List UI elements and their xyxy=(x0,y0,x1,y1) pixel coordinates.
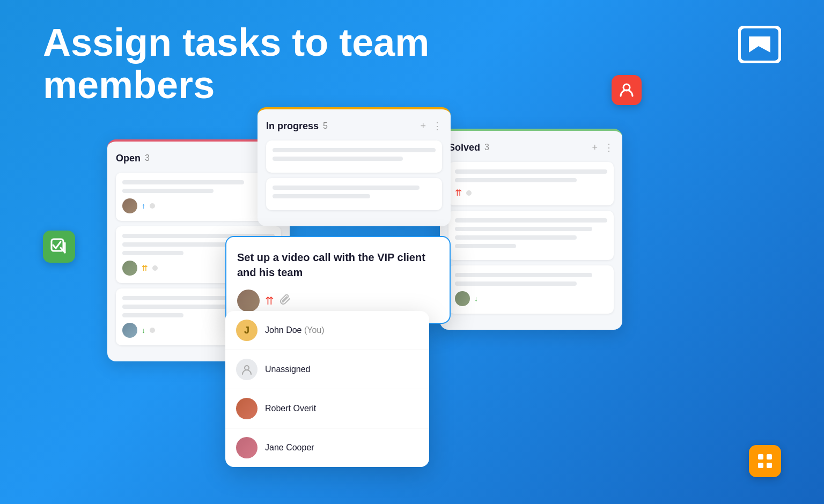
task-meta: ↑ xyxy=(122,198,275,213)
task-line xyxy=(273,194,370,198)
task-line xyxy=(122,180,244,184)
column-in-progress-more[interactable]: ⋮ xyxy=(432,120,442,132)
task-item[interactable]: ↑ xyxy=(116,173,281,221)
dropdown-item-unassigned[interactable]: Unassigned xyxy=(225,350,429,389)
dropdown-item-robert[interactable]: Robert Overit xyxy=(225,389,429,428)
column-open-title: Open xyxy=(116,153,141,164)
task-line xyxy=(273,186,420,190)
fab-checkbox-button[interactable] xyxy=(43,231,75,263)
avatar xyxy=(122,198,137,213)
svg-point-10 xyxy=(245,366,249,370)
svg-marker-1 xyxy=(749,36,770,53)
task-line xyxy=(122,189,214,193)
avatar xyxy=(455,291,470,306)
priority-down-icon: ↓ xyxy=(142,326,145,335)
dropdown-you-label: (You) xyxy=(304,325,325,335)
paperclip-icon xyxy=(279,294,291,308)
dropdown-avatar-jane xyxy=(236,437,258,458)
priority-high-icon: ⇈ xyxy=(265,294,274,307)
task-line xyxy=(455,218,607,223)
column-open-count: 3 xyxy=(145,153,150,163)
avatar xyxy=(122,323,137,338)
task-line xyxy=(455,235,577,240)
task-line xyxy=(273,148,436,152)
avatar xyxy=(122,261,137,276)
fab-grid-button[interactable] xyxy=(749,445,781,477)
column-solved-header: Solved 3 + ⋮ xyxy=(448,142,614,153)
dropdown-name-jane: Jane Cooper xyxy=(265,443,314,453)
task-line xyxy=(122,251,183,255)
priority-up-icon: ↑ xyxy=(142,202,145,210)
svg-rect-7 xyxy=(767,454,772,459)
column-solved-actions: + ⋮ xyxy=(592,142,614,153)
svg-rect-8 xyxy=(758,463,763,468)
dropdown-avatar-john: J xyxy=(236,320,258,341)
dot-indicator xyxy=(150,203,155,209)
dropdown-item-john[interactable]: J John Doe (You) xyxy=(225,311,429,350)
task-meta: ↓ xyxy=(455,291,607,306)
logo-icon xyxy=(738,26,781,63)
column-open-header: Open 3 + ⋮ xyxy=(116,152,281,164)
svg-rect-6 xyxy=(758,454,763,459)
task-line xyxy=(455,169,607,174)
column-solved-title: Solved xyxy=(448,142,480,153)
column-in-progress: In progress 5 + ⋮ xyxy=(258,107,451,226)
task-meta: ⇈ xyxy=(455,188,607,198)
priority-down-icon: ↓ xyxy=(474,294,478,303)
task-item[interactable] xyxy=(266,178,442,210)
column-in-progress-actions: + ⋮ xyxy=(420,120,442,132)
fab-person-button[interactable] xyxy=(612,75,642,105)
dropdown-avatar-unassigned xyxy=(236,359,258,380)
column-in-progress-count: 5 xyxy=(323,121,328,131)
task-item[interactable] xyxy=(448,211,614,260)
task-item[interactable]: ⇈ xyxy=(448,162,614,205)
dot-indicator xyxy=(466,190,472,196)
column-solved-add[interactable]: + xyxy=(592,142,598,153)
focused-card-title: Set up a video call with the VIP client … xyxy=(237,250,439,280)
task-line xyxy=(455,244,516,248)
assignee-dropdown: J John Doe (You) Unassigned Robert Overi… xyxy=(225,311,429,467)
dot-indicator xyxy=(152,265,158,271)
column-in-progress-add[interactable]: + xyxy=(420,121,426,132)
focused-card-meta: ⇈ xyxy=(237,290,439,312)
task-assignee-avatar xyxy=(237,290,260,312)
task-line xyxy=(455,227,592,231)
dropdown-avatar-robert xyxy=(236,398,258,419)
svg-rect-9 xyxy=(767,463,772,468)
task-line xyxy=(455,273,592,277)
column-in-progress-title: In progress xyxy=(266,121,319,132)
dropdown-item-jane[interactable]: Jane Cooper xyxy=(225,428,429,467)
board-area: Open 3 + ⋮ ↑ ⇈ xyxy=(107,86,590,461)
dot-indicator xyxy=(150,328,155,333)
column-solved-count: 3 xyxy=(484,143,489,152)
task-item[interactable] xyxy=(266,140,442,173)
task-line xyxy=(455,178,577,182)
column-solved-more[interactable]: ⋮ xyxy=(604,142,614,153)
priority-medium-icon: ⇈ xyxy=(142,264,148,272)
column-in-progress-header: In progress 5 + ⋮ xyxy=(266,120,442,132)
task-line xyxy=(455,281,577,286)
task-item[interactable]: ↓ xyxy=(448,265,614,314)
dropdown-name-john: John Doe (You) xyxy=(265,325,325,335)
dropdown-name-robert: Robert Overit xyxy=(265,404,316,413)
column-solved: Solved 3 + ⋮ ⇈ ↓ xyxy=(440,129,622,330)
task-line xyxy=(273,157,403,161)
task-line xyxy=(122,313,183,317)
dropdown-name-unassigned: Unassigned xyxy=(265,365,311,374)
priority-high-icon: ⇈ xyxy=(455,188,462,198)
